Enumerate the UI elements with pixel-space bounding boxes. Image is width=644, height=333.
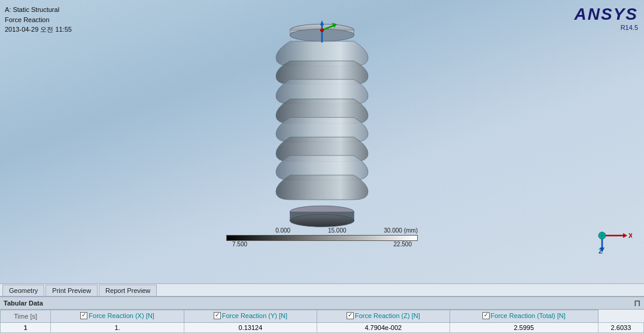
main-container: A: Static Structural Force Reaction 2013…: [0, 0, 644, 333]
tabular-header: Tabular Data ⊓: [0, 297, 644, 310]
table-row: 1 1. 0.13124 4.7904e-002 2.5995 2.6033: [1, 323, 644, 333]
checkbox-fz[interactable]: [347, 312, 354, 319]
top-left-info: A: Static Structural Force Reaction 2013…: [5, 5, 72, 35]
col-header-fy: Force Reaction (Y) [N]: [184, 310, 317, 323]
svg-point-20: [601, 234, 603, 237]
scale-sub-0: 7.500: [232, 241, 247, 248]
col-header-ftotal: Force Reaction (Total) [N]: [449, 310, 598, 323]
tabular-section: Tabular Data ⊓ Time [s] Force Reaction (…: [0, 297, 644, 333]
svg-text:X: X: [628, 232, 632, 239]
scale-label-0: 0.000: [275, 227, 290, 234]
timestamp-label: 2013-04-29 오전 11:55: [5, 25, 72, 35]
svg-marker-13: [623, 233, 627, 238]
viewport: A: Static Structural Force Reaction 2013…: [0, 0, 644, 283]
scale-sub-1: 22.500: [393, 241, 412, 248]
axis-indicator: X Z: [590, 212, 632, 253]
checkbox-fx[interactable]: [80, 312, 87, 319]
scale-unit: 0.000 15.000 30.000 (mm): [226, 227, 418, 234]
scale-label-1: 15.000: [328, 227, 347, 234]
tab-geometry[interactable]: Geometry: [2, 285, 44, 296]
spring-model: [256, 18, 388, 245]
checkbox-ftotal[interactable]: [482, 312, 490, 319]
pin-icon[interactable]: ⊓: [634, 298, 640, 308]
ansys-version: R14.5: [575, 24, 638, 31]
analysis-type-label: A: Static Structural: [5, 5, 72, 15]
tabs-bar: Geometry Print Preview Report Preview: [0, 283, 644, 297]
scale-bar: 0.000 15.000 30.000 (mm) 7.500 22.500: [226, 227, 418, 248]
svg-point-5: [290, 215, 354, 227]
tab-print-preview[interactable]: Print Preview: [45, 285, 98, 296]
tab-report-preview[interactable]: Report Preview: [99, 285, 157, 296]
row-number: 1: [1, 323, 51, 333]
cell-fx: 0.13124: [184, 323, 317, 333]
cell-ftotal: 2.6033: [598, 323, 643, 333]
scale-sublabels: 7.500 22.500: [226, 241, 418, 248]
svg-text:Z: Z: [599, 248, 603, 253]
col-header-time: Time [s]: [1, 310, 51, 323]
svg-point-11: [320, 28, 324, 32]
col-header-fz: Force Reaction (Z) [N]: [317, 310, 449, 323]
scale-track: [226, 235, 418, 241]
col-header-fx: Force Reaction (X) [N]: [51, 310, 184, 323]
spring-svg: [256, 18, 388, 245]
ansys-name: ANSYS: [575, 5, 638, 24]
cell-time: 1.: [51, 323, 184, 333]
scale-label-2: 30.000 (mm): [384, 227, 418, 234]
tabular-title: Tabular Data: [4, 300, 43, 307]
checkbox-fy[interactable]: [214, 312, 221, 319]
data-table: Time [s] Force Reaction (X) [N] Force Re…: [0, 310, 644, 333]
result-type-label: Force Reaction: [5, 15, 72, 25]
svg-marker-7: [320, 20, 324, 25]
cell-fz: 2.5995: [449, 323, 598, 333]
ansys-logo: ANSYS R14.5: [575, 5, 638, 31]
cell-fy: 4.7904e-002: [317, 323, 449, 333]
